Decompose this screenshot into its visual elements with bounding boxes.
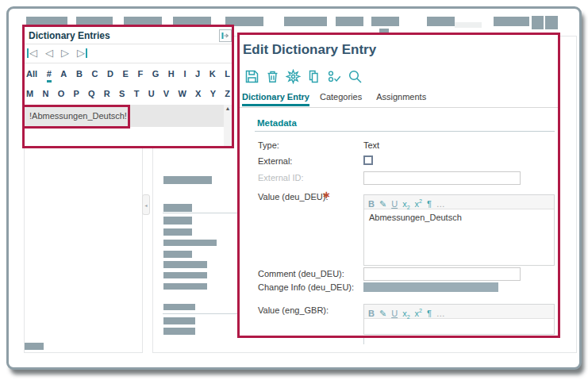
required-marker: ∗ [322, 189, 331, 201]
alphabet-letter-z[interactable]: Z [225, 89, 230, 100]
tab-assignments[interactable]: Assignments [376, 92, 426, 104]
settings-icon [286, 69, 301, 84]
alphabet-letter-o[interactable]: O [58, 89, 65, 100]
underline-icon[interactable]: U [391, 199, 398, 209]
underline-icon[interactable]: U [391, 309, 398, 318]
separator-line [363, 338, 364, 344]
alphabet-letter-c[interactable]: C [91, 69, 98, 83]
validate-button[interactable] [327, 69, 342, 84]
tab-categories[interactable]: Categories [320, 92, 362, 104]
alphabet-letter-f[interactable]: F [137, 69, 143, 83]
next-page-button[interactable]: ▷ [61, 48, 69, 58]
subscript-icon[interactable]: x2 [402, 199, 409, 209]
validate-icon [327, 69, 342, 84]
italic-icon[interactable]: ✎ [379, 309, 386, 318]
alphabet-letter-h[interactable]: H [168, 69, 175, 83]
entry-navigation: ◁ ◁ ▷ ▷ [27, 46, 87, 59]
list-scrollbar[interactable]: ▲ [224, 105, 232, 146]
app-window: ◂ Dictionary Entries ◁ ◁ ▷ ▷ All#ABCDEFG… [0, 0, 588, 380]
nav-separator [25, 63, 232, 63]
popout-icon [221, 32, 229, 40]
redacted-block [494, 17, 529, 26]
edit-toolbar [244, 69, 363, 84]
settings-button[interactable] [286, 69, 301, 84]
alphabet-letter-#[interactable]: # [47, 69, 52, 83]
redacted-block [163, 251, 192, 258]
alphabet-letter-d[interactable]: D [107, 69, 113, 83]
panel-collapse-handle[interactable]: ◂ [142, 194, 150, 215]
superscript-icon[interactable]: x2 [415, 199, 422, 209]
entry-highlight-border [22, 105, 130, 129]
value-eng-editor-content[interactable] [364, 319, 554, 325]
alphabet-letter-x[interactable]: X [195, 89, 201, 100]
tab-dictionary-entry[interactable]: Dictionary Entry [242, 92, 309, 106]
redacted-block [163, 176, 212, 184]
value-eng-editor-toolbar: B✎Ux2x2¶… [364, 305, 554, 319]
alphabet-letter-l[interactable]: L [225, 69, 230, 83]
redacted-block [25, 343, 44, 350]
alphabet-letter-j[interactable]: J [195, 69, 200, 83]
alphabet-letter-u[interactable]: U [148, 89, 155, 100]
redacted-block [284, 17, 327, 26]
subscript-icon[interactable]: x2 [402, 309, 409, 318]
alphabet-letter-m[interactable]: M [26, 89, 33, 100]
external-checkbox[interactable] [363, 155, 373, 165]
comment-input[interactable] [363, 267, 521, 281]
first-page-icon [27, 48, 29, 58]
alphabet-letter-n[interactable]: N [42, 89, 48, 100]
edit-dictionary-entry-panel: Edit Dictionary Entry [237, 33, 560, 338]
redacted-block [163, 283, 207, 290]
type-label: Type: [258, 140, 279, 150]
bold-icon[interactable]: B [368, 199, 375, 209]
more-icon[interactable]: … [436, 199, 445, 209]
redacted-block [163, 240, 217, 246]
alphabet-letter-q[interactable]: Q [88, 89, 95, 100]
redacted-block [163, 261, 207, 268]
italic-icon[interactable]: ✎ [379, 199, 386, 209]
search-button[interactable] [348, 69, 363, 84]
external-id-label: External ID: [258, 173, 303, 182]
separator-line [163, 213, 237, 213]
delete-button[interactable] [265, 69, 280, 84]
redacted-block [336, 17, 363, 26]
change-info-label: Change Info (deu_DEU): [258, 282, 354, 292]
redacted-block [427, 17, 455, 26]
header-separator [25, 44, 232, 44]
first-page-button[interactable]: ◁ [27, 48, 37, 58]
external-id-input[interactable] [363, 171, 521, 185]
alphabet-letter-v[interactable]: V [163, 89, 169, 100]
copy-button[interactable] [306, 69, 321, 84]
alphabet-letter-all[interactable]: All [26, 69, 37, 83]
last-page-button[interactable]: ▷ [77, 48, 87, 58]
alphabet-index-row2: MNOPQRSTUVWXYZ [26, 89, 230, 100]
alphabet-letter-g[interactable]: G [152, 69, 159, 83]
separator-line [163, 313, 237, 314]
dictionary-entries-panel: Dictionary Entries ◁ ◁ ▷ ▷ All#ABCDEFGHI… [22, 25, 234, 148]
pilcrow-icon[interactable]: ¶ [427, 199, 432, 209]
save-button[interactable] [244, 69, 259, 84]
alphabet-letter-r[interactable]: R [104, 89, 110, 100]
metadata-section-underline [255, 131, 555, 132]
alphabet-letter-p[interactable]: P [73, 89, 79, 100]
value-deu-editor-content[interactable]: Abmessungen_Deutsch [364, 209, 554, 225]
alphabet-letter-e[interactable]: E [122, 69, 128, 83]
external-label: External: [258, 156, 292, 166]
redacted-block [371, 17, 399, 26]
alphabet-letter-k[interactable]: K [209, 69, 216, 83]
alphabet-letter-b[interactable]: B [76, 69, 83, 83]
popout-button[interactable] [219, 29, 232, 42]
alphabet-letter-t[interactable]: T [134, 89, 140, 100]
alphabet-letter-w[interactable]: W [178, 89, 186, 100]
alphabet-letter-y[interactable]: Y [210, 89, 216, 100]
value-eng-editor: B✎Ux2x2¶… [363, 304, 555, 335]
previous-page-button[interactable]: ◁ [45, 48, 53, 58]
redacted-block [163, 304, 195, 310]
pilcrow-icon[interactable]: ¶ [427, 309, 432, 318]
bold-icon[interactable]: B [368, 309, 375, 318]
alphabet-letter-i[interactable]: I [183, 69, 186, 83]
value-deu-editor: B✎Ux2x2¶… Abmessungen_Deutsch [363, 194, 555, 266]
alphabet-letter-s[interactable]: S [119, 89, 125, 100]
more-icon[interactable]: … [436, 309, 445, 318]
superscript-icon[interactable]: x2 [415, 309, 422, 318]
alphabet-letter-a[interactable]: A [60, 69, 67, 83]
